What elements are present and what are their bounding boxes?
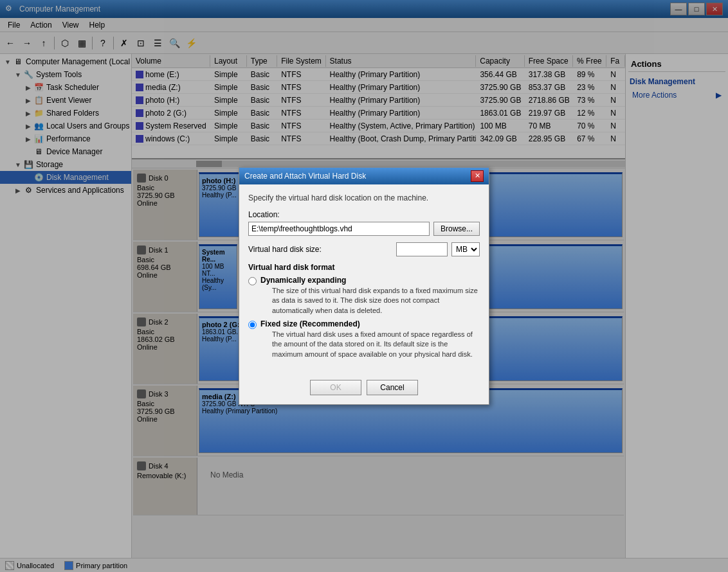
radio-dynamic-input[interactable] bbox=[248, 277, 257, 285]
modal-title: Create and Attach Virtual Hard Disk bbox=[244, 172, 366, 181]
size-label: Virtual hard disk size: bbox=[248, 245, 322, 254]
location-row: Browse... bbox=[248, 222, 480, 236]
size-unit-select[interactable]: MB GB TB bbox=[451, 242, 480, 256]
create-vhd-modal: Create and Attach Virtual Hard Disk ✕ Sp… bbox=[239, 167, 489, 405]
radio-dynamic-desc: The size of this virtual hard disk expan… bbox=[260, 286, 480, 316]
location-label: Location: bbox=[248, 210, 480, 219]
modal-subtitle: Specify the virtual hard disk location o… bbox=[248, 193, 480, 202]
cancel-button[interactable]: Cancel bbox=[367, 380, 418, 395]
modal-close-button[interactable]: ✕ bbox=[471, 170, 484, 182]
radio-dynamic: Dynamically expanding The size of this v… bbox=[248, 276, 480, 316]
size-input[interactable] bbox=[396, 242, 448, 256]
browse-button[interactable]: Browse... bbox=[433, 222, 480, 236]
modal-title-bar: Create and Attach Virtual Hard Disk ✕ bbox=[239, 168, 489, 184]
modal-body: Specify the virtual hard disk location o… bbox=[239, 184, 489, 373]
radio-fixed-input[interactable] bbox=[248, 321, 257, 329]
radio-fixed-desc: The virtual hard disk uses a fixed amoun… bbox=[260, 330, 480, 359]
radio-fixed-label: Fixed size (Recommended) bbox=[260, 319, 480, 328]
modal-overlay: Create and Attach Virtual Hard Disk ✕ Sp… bbox=[0, 0, 728, 572]
format-title: Virtual hard disk format bbox=[248, 263, 480, 272]
modal-footer: OK Cancel bbox=[239, 373, 489, 404]
ok-button[interactable]: OK bbox=[310, 380, 361, 395]
radio-fixed: Fixed size (Recommended) The virtual har… bbox=[248, 319, 480, 359]
location-input[interactable] bbox=[248, 222, 430, 236]
size-row: Virtual hard disk size: MB GB TB bbox=[248, 242, 480, 256]
radio-dynamic-label: Dynamically expanding bbox=[260, 276, 480, 285]
format-section: Virtual hard disk format Dynamically exp… bbox=[248, 263, 480, 359]
